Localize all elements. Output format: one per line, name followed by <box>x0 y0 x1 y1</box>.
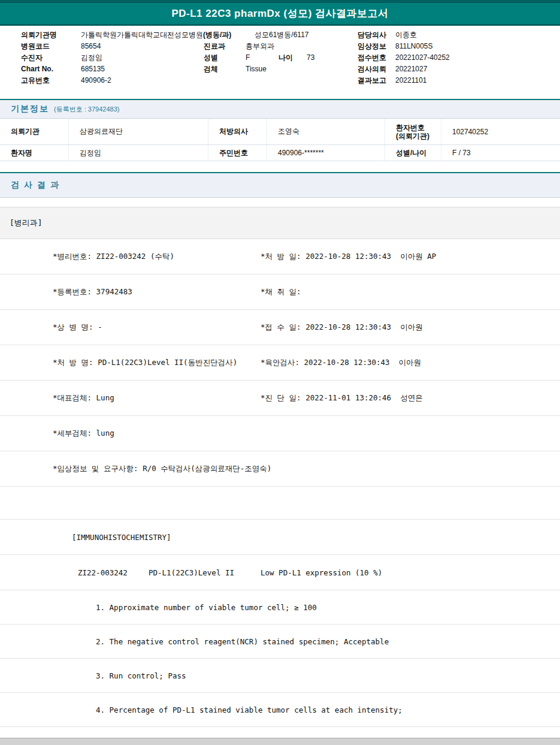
report-line: *병리번호: ZI22-003242 (수탁) *처 방 일: 2022-10-… <box>0 239 560 275</box>
label-prescribing-doctor: 처방의사 <box>208 119 267 144</box>
label-hospital-code: 병원코드 <box>21 42 50 51</box>
label-specimen: 검체 <box>204 65 218 74</box>
ihc-test-name: PD-L1(22C3)Level II <box>149 568 234 577</box>
value-chart-no: 685135 <box>81 65 105 74</box>
basic-info-table: 의뢰기관 삼광의료재단 처방의사 조영숙 환자번호 (의뢰기관) 1027402… <box>0 119 560 161</box>
page-title: PD-L1 22C3 pharmDx (성모) 검사결과보고서 <box>171 7 388 20</box>
label-accession-no: 접수번호 <box>358 53 386 62</box>
label-patient-no-org: 환자번호 (의뢰기관) <box>385 119 441 144</box>
label-age: 나이 <box>279 53 293 62</box>
report-line-right: *접 수 일: 2022-10-28 12:30:43 이아원 <box>261 322 423 333</box>
label-department: 진료과 <box>204 42 225 51</box>
value-examinee: 김정임 <box>81 53 102 62</box>
label-patient-name: 환자명 <box>0 145 69 161</box>
report-line-left: *임상정보 및 요구사항: R/0 수탁검사(삼광의료재단-조영숙) <box>53 464 271 474</box>
label-resident-no: 주민번호 <box>208 145 267 161</box>
value-resident-no: 490906-******* <box>267 145 385 161</box>
ihc-section-header: [IMMUNOHISTOCHEMISTRY] <box>0 520 560 555</box>
ihc-item-text: 4. Percentage of PD-L1 stained viable tu… <box>96 705 402 714</box>
report-line-left: *병리번호: ZI22-003242 (수탁) <box>53 252 174 262</box>
value-prescribing-doctor: 조영숙 <box>267 119 385 144</box>
label-clinical-info: 임상정보 <box>358 42 386 51</box>
value-requesting-org: 삼광의료재단 <box>69 119 208 144</box>
pathology-report: *병리번호: ZI22-003242 (수탁) *처 방 일: 2022-10-… <box>0 239 560 727</box>
value-department: 흉부외과 <box>246 42 274 51</box>
report-line-right: *처 방 일: 2022-10-28 12:30:43 이아원 AP <box>261 252 436 262</box>
ihc-item: 4. Percentage of PD-L1 stained viable tu… <box>0 693 560 727</box>
value-attending-doctor: 이종호 <box>395 31 417 40</box>
order-info-block: 의뢰기관명 가톨릭학원가톨릭대학교대전성모병원(병동/과) 성모61병동/611… <box>0 26 560 99</box>
label-ward-dept: (병동/과) <box>203 31 231 39</box>
value-sex-age: F / 73 <box>441 145 560 161</box>
value-clinical-info: 811LN005S <box>395 42 433 51</box>
registration-number: (등록번호 : 37942483) <box>54 105 119 114</box>
value-ward-dept: 성모61병동/6117 <box>255 31 309 40</box>
department-name: [병리과] <box>10 218 43 228</box>
requesting-org-name: 가톨릭학원가톨릭대학교대전성모병원 <box>81 31 203 39</box>
report-line-left: *처 방 명: PD-L1(22C3)Level II(동반진단검사) <box>53 358 237 368</box>
label-request-date: 검사의뢰 <box>358 65 386 74</box>
label-unique-no: 고유번호 <box>21 76 50 85</box>
table-row: 의뢰기관 삼광의료재단 처방의사 조영숙 환자번호 (의뢰기관) 1027402… <box>0 119 560 145</box>
report-blank-line <box>0 487 560 520</box>
value-requesting-org-name: 가톨릭학원가톨릭대학교대전성모병원(병동/과) <box>81 31 231 40</box>
report-line-left: *상 병 명: - <box>53 322 102 333</box>
label-sex-age: 성별/나이 <box>385 145 441 161</box>
value-report-date: 20221101 <box>395 76 427 85</box>
label-attending-doctor: 담당의사 <box>358 31 386 40</box>
value-request-date: 20221027 <box>395 65 427 74</box>
value-patient-name: 김정임 <box>69 145 208 161</box>
value-accession-no: 20221027-40252 <box>395 53 450 62</box>
value-unique-no: 490906-2 <box>81 76 111 85</box>
label-requesting-org: 의뢰기관 <box>0 119 69 144</box>
ihc-item-text: 2. The negative control reagent(NCR) sta… <box>96 637 389 646</box>
report-line: *임상정보 및 요구사항: R/0 수탁검사(삼광의료재단-조영숙) <box>0 451 560 487</box>
report-line: *세부검체: lung <box>0 416 560 451</box>
report-line: *대표검체: Lung *진 단 일: 2022-11-01 13:20:46 … <box>0 381 560 416</box>
report-line: *상 병 명: - *접 수 일: 2022-10-28 12:30:43 이아… <box>0 310 560 345</box>
report-line: *처 방 명: PD-L1(22C3)Level II(동반진단검사) *육안검… <box>0 345 560 381</box>
label-patient-no: 환자번호 <box>396 123 425 132</box>
horizontal-scrollbar[interactable] <box>0 738 560 745</box>
ihc-item: 1. Approximate number of viable tumor ce… <box>0 590 560 625</box>
value-hospital-code: 85654 <box>81 42 101 51</box>
report-line-right: *진 단 일: 2022-11-01 13:20:46 성연은 <box>261 393 423 403</box>
value-specimen: Tissue <box>246 65 267 74</box>
report-page: PD-L1 22C3 pharmDx (성모) 검사결과보고서 의뢰기관명 가톨… <box>0 0 560 745</box>
report-line-left: *세부검체: lung <box>53 429 114 439</box>
label-sex: 성별 <box>204 53 218 62</box>
test-results-section-header: 검 사 결 과 <box>0 172 560 198</box>
department-band: [병리과] <box>0 207 560 239</box>
value-age: 73 <box>307 53 314 62</box>
label-requesting-org-name: 의뢰기관명 <box>21 31 57 40</box>
ihc-result-line: ZI22-003242 PD-L1(22C3)Level II Low PD-L… <box>0 555 560 590</box>
ihc-item-text: 1. Approximate number of viable tumor ce… <box>96 603 317 612</box>
report-line: *등록번호: 37942483 *채 취 일: <box>0 275 560 310</box>
report-line-right: *채 취 일: <box>261 287 301 297</box>
report-title-bar: PD-L1 22C3 pharmDx (성모) 검사결과보고서 <box>0 3 560 26</box>
ihc-item: 2. The negative control reagent(NCR) sta… <box>0 625 560 659</box>
label-patient-no-suffix: (의뢰기관) <box>396 132 429 140</box>
ihc-specimen-no: ZI22-003242 <box>78 568 128 577</box>
basic-info-section-header: 기본정보 (등록번호 : 37942483) <box>0 99 560 119</box>
label-examinee: 수진자 <box>21 53 43 62</box>
label-chart-no: Chart No. <box>21 65 53 74</box>
report-line-left: *대표검체: Lung <box>53 393 114 403</box>
value-patient-no-org: 102740252 <box>441 119 560 144</box>
ihc-item-text: 3. Run control; Pass <box>96 671 186 680</box>
report-line-right: *육안검사: 2022-10-28 12:30:43 이아원 <box>261 358 421 368</box>
ihc-result-value: Low PD-L1 expression (10 %) <box>261 568 382 577</box>
ihc-item: 3. Run control; Pass <box>0 659 560 693</box>
spacer <box>0 161 560 172</box>
section-title-test-results: 검 사 결 과 <box>11 180 60 191</box>
label-report-date: 결과보고 <box>358 76 386 85</box>
report-line-left: *등록번호: 37942483 <box>53 287 132 297</box>
value-sex: F <box>246 53 250 62</box>
spacer <box>0 198 560 207</box>
section-title-basic-info: 기본정보 <box>11 104 49 114</box>
ihc-header-text: [IMMUNOHISTOCHEMISTRY] <box>72 533 171 542</box>
table-row: 환자명 김정임 주민번호 490906-******* 성별/나이 F / 73 <box>0 145 560 161</box>
